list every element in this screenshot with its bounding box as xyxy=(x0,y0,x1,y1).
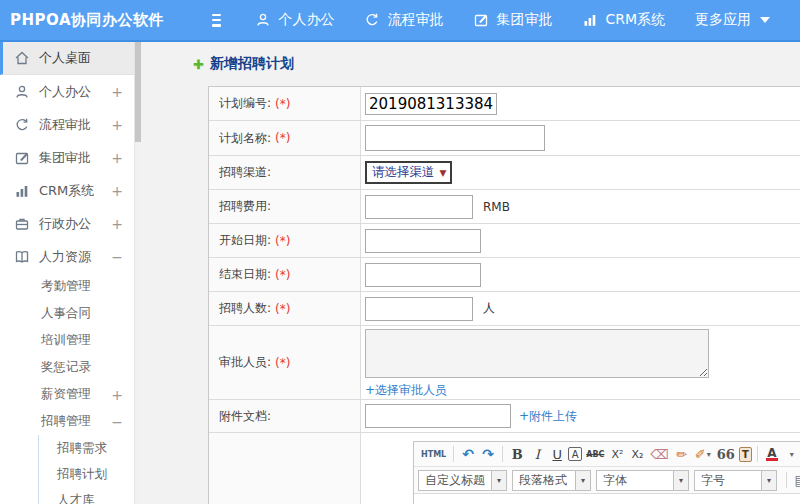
nav-more-apps[interactable]: 更多应用 xyxy=(695,11,770,29)
paragraph-format-select[interactable]: 段落格式▾ xyxy=(512,470,591,491)
editor-toolbar-row1: HTML ↶ ↷ B I U A ABC X² X₂ ⌫ xyxy=(414,442,800,467)
form-row-plan-name: 计划名称:(*) xyxy=(209,121,800,156)
sidebar-item-recruit-need[interactable]: 招聘需求 xyxy=(39,435,134,461)
strikethrough-button[interactable]: ABC xyxy=(584,445,606,464)
align-left-icon[interactable]: ▤ xyxy=(792,471,800,490)
app-logo: PHPOA协同办公软件 xyxy=(10,11,164,30)
field-label: 招聘渠道: xyxy=(219,164,271,181)
eraser-icon[interactable]: ⌫ xyxy=(648,445,670,464)
form-row-channel: 招聘渠道: 请选择渠道 ▼ xyxy=(209,156,800,190)
fee-input[interactable] xyxy=(365,195,473,219)
caret-down-icon: ▾ xyxy=(673,471,688,490)
sidebar-item-talent-pool[interactable]: 人才库 xyxy=(39,487,134,504)
sidebar-item-hr-contract[interactable]: 人事合同 xyxy=(0,300,134,327)
plan-no-input[interactable] xyxy=(365,93,497,115)
required-marker: (*) xyxy=(275,268,290,282)
edit-icon xyxy=(473,12,489,28)
redo-icon[interactable]: ↷ xyxy=(479,445,497,464)
sidebar-item-personal-office[interactable]: 个人办公 + xyxy=(0,75,134,108)
choose-approvers-link[interactable]: +选择审批人员 xyxy=(365,382,447,399)
briefcase-icon xyxy=(14,216,30,232)
plan-name-input[interactable] xyxy=(365,125,545,151)
rich-text-editor: HTML ↶ ↷ B I U A ABC X² X₂ ⌫ xyxy=(413,441,800,504)
fee-unit: RMB xyxy=(483,200,510,214)
font-color-button[interactable]: A xyxy=(763,445,781,464)
sidebar-item-hr[interactable]: 人力资源 − xyxy=(0,240,134,273)
bold-button[interactable]: B xyxy=(508,445,526,464)
expand-icon[interactable]: + xyxy=(111,183,123,199)
app-window: PHPOA协同办公软件 个人办公 流程审批 集团审批 CRM系统 更多应用 xyxy=(0,0,800,504)
html-source-button[interactable]: HTML xyxy=(419,445,448,464)
undo-icon[interactable]: ↶ xyxy=(459,445,477,464)
main-content: ✚ 新增招聘计划 计划编号:(*) 计划名称:(*) 招聘渠道: 请选择渠道 ▼ xyxy=(141,42,800,504)
caret-down-icon: ▾ xyxy=(491,471,506,490)
form-row-headcount: 招聘人数:(*) 人 xyxy=(209,292,800,326)
font-style-button[interactable]: A xyxy=(568,447,582,461)
superscript-button[interactable]: X² xyxy=(608,445,626,464)
sidebar-item-admin-office[interactable]: 行政办公 + xyxy=(0,207,134,240)
chart-icon xyxy=(582,12,598,28)
field-label: 招聘费用: xyxy=(219,198,271,215)
add-icon: ✚ xyxy=(193,57,204,72)
end-date-input[interactable] xyxy=(365,263,481,287)
custom-title-select[interactable]: 自定义标题▾ xyxy=(418,470,507,491)
collapse-icon[interactable]: − xyxy=(111,414,123,430)
sidebar-item-process-approval[interactable]: 流程审批 + xyxy=(0,108,134,141)
sidebar-item-training[interactable]: 培训管理 xyxy=(0,327,134,354)
hamburger-menu-icon[interactable] xyxy=(212,14,221,27)
expand-icon[interactable]: + xyxy=(111,117,123,133)
required-marker: (*) xyxy=(275,131,290,145)
top-navigation: 个人办公 流程审批 集团审批 CRM系统 更多应用 xyxy=(255,11,800,29)
attachment-upload-link[interactable]: +附件上传 xyxy=(519,408,577,425)
required-marker: (*) xyxy=(275,302,290,316)
form-row-fee: 招聘费用: RMB xyxy=(209,190,800,224)
sidebar-item-crm[interactable]: CRM系统 + xyxy=(0,174,134,207)
start-date-input[interactable] xyxy=(365,229,481,253)
sidebar-item-desktop[interactable]: 个人桌面 xyxy=(0,42,134,75)
underline-button[interactable]: U xyxy=(548,445,566,464)
sidebar-scrollbar[interactable] xyxy=(134,42,141,504)
nav-personal-office[interactable]: 个人办公 xyxy=(255,11,334,29)
sidebar-item-salary[interactable]: 薪资管理+ xyxy=(0,381,134,408)
nav-crm-system[interactable]: CRM系统 xyxy=(582,11,665,29)
form-row-attachment: 附件文档: +附件上传 xyxy=(209,400,800,433)
channel-select[interactable]: 请选择渠道 ▼ xyxy=(365,161,452,184)
brush-icon[interactable]: ✏ xyxy=(673,445,691,464)
caret-down-icon[interactable]: ▾ xyxy=(783,445,800,464)
font-size-select[interactable]: 字号▾ xyxy=(694,470,777,491)
caret-down-icon: ▾ xyxy=(707,450,711,459)
edit-icon xyxy=(14,150,30,166)
process-icon xyxy=(14,117,30,133)
sidebar-item-reward-punish[interactable]: 奖惩记录 xyxy=(0,354,134,381)
nav-group-approval[interactable]: 集团审批 xyxy=(473,11,552,29)
form-row-plan-no: 计划编号:(*) xyxy=(209,87,800,121)
paste-icon[interactable]: T xyxy=(739,447,752,462)
attachment-input[interactable] xyxy=(365,404,511,428)
sidebar-item-group-approval[interactable]: 集团审批 + xyxy=(0,141,134,174)
person-icon xyxy=(14,84,30,100)
expand-icon[interactable]: + xyxy=(111,216,123,232)
expand-icon[interactable]: + xyxy=(111,150,123,166)
nav-process-approval[interactable]: 流程审批 xyxy=(364,11,443,29)
editor-content-area[interactable] xyxy=(414,494,800,504)
sidebar-item-recruit-mgmt[interactable]: 招聘管理− xyxy=(0,408,134,435)
form-row-end-date: 结束日期:(*) xyxy=(209,258,800,292)
headcount-unit: 人 xyxy=(483,300,495,317)
expand-icon[interactable]: + xyxy=(111,387,123,403)
page-title: ✚ 新增招聘计划 xyxy=(193,55,294,73)
approvers-textarea[interactable] xyxy=(365,329,709,378)
blockquote-button[interactable]: 66 xyxy=(715,445,737,464)
required-marker: (*) xyxy=(275,234,290,248)
sidebar-item-recruit-plan[interactable]: 招聘计划 xyxy=(39,461,134,487)
field-label: 附件文档: xyxy=(219,408,271,425)
format-painter-icon[interactable]: ✐▾ xyxy=(693,445,713,464)
collapse-icon[interactable]: − xyxy=(111,249,123,265)
field-label: 招聘人数: xyxy=(219,300,271,317)
italic-button[interactable]: I xyxy=(528,445,546,464)
font-family-select[interactable]: 字体▾ xyxy=(596,470,689,491)
sidebar-item-attendance[interactable]: 考勤管理 xyxy=(0,273,134,300)
headcount-input[interactable] xyxy=(365,297,473,321)
recruit-submenu: 招聘需求 招聘计划 人才库 xyxy=(38,435,134,504)
subscript-button[interactable]: X₂ xyxy=(628,445,646,464)
expand-icon[interactable]: + xyxy=(111,84,123,100)
